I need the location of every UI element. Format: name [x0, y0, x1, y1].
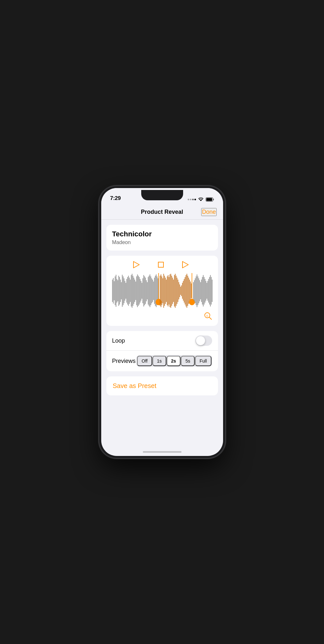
svg-rect-88: [185, 277, 185, 305]
page-title: Product Reveal: [141, 209, 183, 215]
loop-label: Loop: [112, 337, 125, 344]
svg-rect-113: [206, 283, 207, 299]
svg-rect-68: [167, 276, 167, 305]
track-info-card: Technicolor Madeon: [106, 225, 218, 251]
loop-row: Loop: [106, 331, 218, 350]
notch: [141, 190, 183, 200]
settings-card: Loop Previews Off 1s 2s 5s Full: [106, 331, 218, 371]
svg-rect-92: [188, 278, 189, 304]
preview-5s-button[interactable]: 5s: [181, 356, 195, 366]
svg-rect-84: [181, 285, 182, 296]
svg-text:1: 1: [206, 314, 208, 317]
previews-segment: Off 1s 2s 5s Full: [136, 355, 212, 367]
toggle-knob: [196, 336, 205, 345]
battery-icon: [206, 197, 214, 202]
svg-marker-3: [133, 261, 139, 268]
done-button[interactable]: Done: [201, 208, 216, 216]
svg-rect-2: [206, 198, 212, 201]
svg-rect-118: [211, 277, 211, 305]
svg-rect-48: [150, 274, 150, 307]
svg-marker-5: [182, 261, 188, 268]
svg-rect-103: [197, 276, 198, 305]
svg-rect-89: [185, 275, 186, 307]
svg-rect-108: [202, 277, 202, 305]
save-preset-button[interactable]: Save as Preset: [113, 382, 157, 390]
svg-rect-33: [136, 276, 137, 305]
svg-rect-72: [170, 274, 171, 308]
svg-rect-9: [115, 276, 115, 305]
svg-rect-16: [121, 282, 122, 299]
svg-rect-116: [209, 277, 210, 305]
svg-rect-23: [127, 277, 128, 305]
svg-rect-119: [212, 279, 212, 302]
svg-rect-74: [172, 278, 173, 304]
wifi-icon: [198, 197, 204, 202]
preview-off-button[interactable]: Off: [137, 356, 152, 366]
svg-rect-37: [140, 279, 140, 303]
svg-rect-7: [113, 278, 113, 304]
svg-rect-76: [174, 275, 174, 307]
preset-card: Save as Preset: [106, 376, 218, 395]
svg-rect-111: [205, 279, 205, 303]
svg-rect-29: [133, 276, 133, 306]
stop-button[interactable]: [156, 260, 165, 269]
svg-rect-83: [180, 287, 181, 295]
preview-full-button[interactable]: Full: [195, 356, 211, 366]
svg-rect-49: [150, 276, 151, 305]
svg-rect-15: [120, 279, 121, 302]
svg-rect-104: [198, 278, 199, 303]
svg-rect-106: [200, 282, 201, 299]
svg-rect-21: [125, 283, 126, 299]
svg-rect-34: [137, 274, 138, 307]
svg-rect-25: [129, 278, 130, 304]
svg-rect-98: [193, 282, 194, 299]
svg-rect-93: [189, 279, 190, 302]
svg-rect-82: [179, 284, 180, 297]
svg-rect-45: [147, 282, 147, 299]
svg-rect-61: [161, 274, 161, 307]
svg-rect-47: [149, 276, 149, 306]
svg-rect-27: [131, 275, 132, 307]
svg-rect-51: [152, 279, 153, 302]
svg-rect-114: [207, 281, 208, 301]
svg-rect-8: [114, 281, 114, 300]
previews-row: Previews Off 1s 2s 5s Full: [106, 350, 218, 371]
svg-rect-12: [117, 280, 118, 301]
svg-rect-112: [205, 281, 206, 301]
svg-rect-64: [163, 274, 164, 308]
svg-rect-38: [141, 281, 141, 301]
preview-button[interactable]: [181, 260, 190, 269]
svg-rect-44: [146, 280, 147, 301]
svg-rect-39: [142, 283, 142, 299]
svg-rect-107: [201, 279, 201, 302]
zoom-button[interactable]: 1: [203, 311, 213, 321]
status-time: 7:29: [110, 195, 121, 202]
svg-rect-26: [130, 279, 131, 302]
svg-rect-117: [210, 275, 211, 307]
preview-2s-button[interactable]: 2s: [167, 356, 181, 366]
svg-rect-60: [160, 276, 160, 306]
svg-rect-4: [158, 262, 163, 267]
svg-rect-36: [139, 277, 139, 305]
svg-rect-101: [196, 276, 196, 305]
svg-rect-66: [165, 278, 166, 304]
svg-rect-52: [153, 281, 154, 300]
svg-rect-109: [203, 275, 203, 307]
svg-rect-94: [190, 281, 191, 300]
svg-rect-32: [135, 281, 136, 300]
home-indicator: [143, 451, 182, 453]
preview-1s-button[interactable]: 1s: [152, 356, 166, 366]
svg-rect-35: [138, 276, 139, 306]
play-button[interactable]: [132, 260, 141, 269]
svg-rect-99: [194, 280, 194, 301]
svg-rect-53: [154, 278, 155, 304]
loop-toggle[interactable]: [195, 336, 212, 346]
svg-rect-110: [204, 277, 204, 305]
previews-label: Previews: [112, 358, 136, 365]
waveform-display[interactable]: [112, 273, 213, 308]
svg-rect-24: [128, 276, 129, 306]
svg-rect-85: [182, 283, 182, 299]
svg-line-121: [209, 317, 211, 319]
svg-rect-91: [187, 276, 188, 306]
svg-rect-78: [176, 276, 176, 306]
